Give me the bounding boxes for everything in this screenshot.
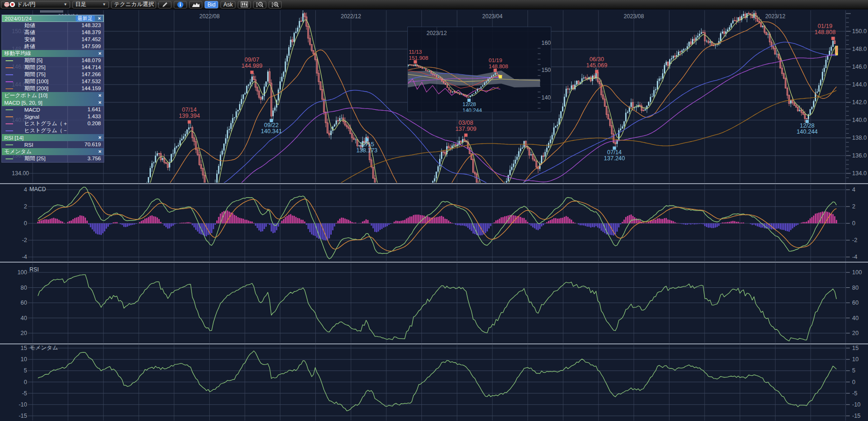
ma-row: 期間 [75]147.266 — [2, 71, 104, 78]
peak-marker — [464, 134, 468, 137]
annotation-date: 09/07 — [245, 57, 259, 63]
range-scrollbar[interactable] — [40, 10, 64, 13]
svg-text:-2: -2 — [852, 237, 857, 243]
ma-row: 期間 [100]147.532 — [2, 78, 104, 85]
candlestick-chart-button[interactable] — [238, 1, 251, 8]
technical-select-dropdown[interactable]: テクニカル選択 ▼ — [111, 1, 156, 8]
bid-toggle[interactable]: Bid — [205, 1, 218, 8]
svg-text:10: 10 — [21, 356, 27, 363]
date-axis-label: 2022/12 — [341, 13, 362, 20]
ohlc-row: 始値148.323 — [2, 22, 104, 29]
annotation-price: 138.173 — [356, 147, 377, 154]
svg-text:0: 0 — [852, 220, 855, 227]
svg-text:80: 80 — [852, 285, 859, 291]
svg-text:80: 80 — [21, 285, 27, 291]
svg-text:-15: -15 — [19, 413, 27, 419]
macd-row: ヒストグラム（＋）0.208 — [2, 120, 104, 127]
svg-text:-15: -15 — [852, 413, 861, 419]
rsi-pane — [38, 275, 836, 341]
inset-chart-svg: 2023/1211/13151.90801/19148.80812/28140.… — [408, 27, 551, 112]
inset-chart[interactable]: 2023/1211/13151.90801/19148.80812/28140.… — [407, 27, 551, 112]
area-chart-button[interactable] — [189, 1, 202, 8]
svg-text:4: 4 — [24, 186, 27, 193]
peakbottom-section-header: ピークボトム [10] × — [2, 92, 104, 99]
annotation-date: 07/14 — [607, 149, 622, 156]
peak-marker — [250, 71, 254, 74]
svg-text:20: 20 — [852, 330, 859, 336]
rsi-row: RSI70.619 — [2, 141, 104, 148]
price-axis-label: 146.0 — [852, 64, 867, 70]
panel-date-header: 2024/01/24 最新足 × — [2, 15, 104, 22]
annotation-price: 144.989 — [242, 63, 263, 69]
svg-text:100: 100 — [17, 269, 27, 276]
close-icon[interactable]: × — [99, 148, 101, 155]
ask-toggle[interactable]: Ask — [221, 1, 235, 8]
svg-text:5: 5 — [24, 367, 27, 374]
annotation-price: 139.394 — [179, 113, 200, 119]
close-icon[interactable]: × — [99, 92, 101, 99]
annotation-date: 01/19 — [489, 57, 502, 63]
inset-axis-label: 150. — [541, 67, 551, 73]
annotation-price: 137.240 — [604, 155, 625, 162]
svg-text:100: 100 — [852, 269, 862, 276]
annotation-date: 12/15 — [360, 141, 374, 148]
svg-text:2: 2 — [852, 203, 855, 210]
close-icon[interactable]: × — [99, 99, 101, 106]
price-axis-label: 142.0 — [852, 99, 867, 106]
mountain-icon — [192, 2, 199, 7]
timeframe-label: 日足 — [75, 0, 86, 8]
line-swatch — [6, 130, 13, 131]
svg-text:-5: -5 — [22, 390, 27, 397]
svg-text:0: 0 — [24, 379, 27, 385]
pair-dropdown[interactable]: ドル/円 ▼ — [1, 1, 70, 8]
close-icon[interactable]: × — [99, 134, 101, 141]
inset-axis-label: 160. — [541, 40, 551, 46]
annotation-date: 11/13 — [409, 49, 422, 55]
ma-row: 期間 [25]144.714 — [2, 64, 104, 71]
line-swatch — [6, 158, 13, 159]
price-axis-label: 140.0 — [852, 117, 867, 123]
info-button[interactable] — [174, 1, 187, 8]
peak-marker — [188, 121, 191, 124]
annotation-date: 12/28 — [462, 101, 476, 107]
rsi-section-header: RSI [14] × — [2, 134, 104, 141]
candlestick-icon — [241, 1, 248, 7]
close-icon[interactable]: × — [98, 15, 101, 22]
ohlc-row: 高値148.379 — [2, 29, 104, 36]
price-axis-label: 150.0 — [852, 28, 867, 35]
draw-pencil-button[interactable] — [158, 1, 171, 8]
close-icon[interactable]: × — [99, 50, 101, 57]
annotation-price: 140.244 — [462, 107, 482, 112]
toolbar: ドル/円 ▼ 日足 ▼ テクニカル選択 ▼ Bid Ask — [0, 0, 868, 9]
bid-label: Bid — [207, 1, 215, 8]
svg-text:-4: -4 — [22, 254, 27, 260]
svg-text:10: 10 — [852, 356, 859, 363]
peak-marker — [595, 70, 598, 73]
line-swatch — [6, 144, 13, 145]
zoom-out-button[interactable] — [253, 1, 266, 8]
peak-marker — [831, 37, 834, 40]
macd-row: MACD1.641 — [2, 106, 104, 113]
ohlc-row: 終値147.599 — [2, 43, 104, 50]
pane-separator — [0, 183, 868, 184]
pair-label: ドル/円 — [17, 0, 36, 8]
pane-separator — [0, 262, 868, 263]
timeframe-dropdown[interactable]: 日足 ▼ — [72, 1, 109, 8]
annotation-date: 12/28 — [800, 122, 814, 129]
line-swatch — [6, 116, 13, 117]
inset-cloud — [408, 71, 540, 87]
chevron-down-icon: ▼ — [64, 2, 67, 7]
indicator-data-panel: 2024/01/24 最新足 × 始値148.323 高値148.379 安値1… — [1, 14, 104, 163]
svg-text:15: 15 — [852, 345, 859, 351]
svg-text:60: 60 — [21, 300, 27, 306]
latest-bar-button[interactable]: 最新足 — [76, 15, 95, 21]
svg-text:2: 2 — [24, 203, 27, 210]
svg-text:40: 40 — [21, 315, 27, 321]
svg-text:5: 5 — [852, 367, 855, 374]
rsi-pane-title: RSI — [29, 266, 39, 273]
annotation-price: 140.244 — [797, 128, 818, 135]
pencil-icon — [162, 1, 168, 8]
macd-row: Signal1.433 — [2, 113, 104, 120]
zoom-in-button[interactable] — [269, 1, 282, 8]
svg-text:-2: -2 — [22, 237, 27, 243]
